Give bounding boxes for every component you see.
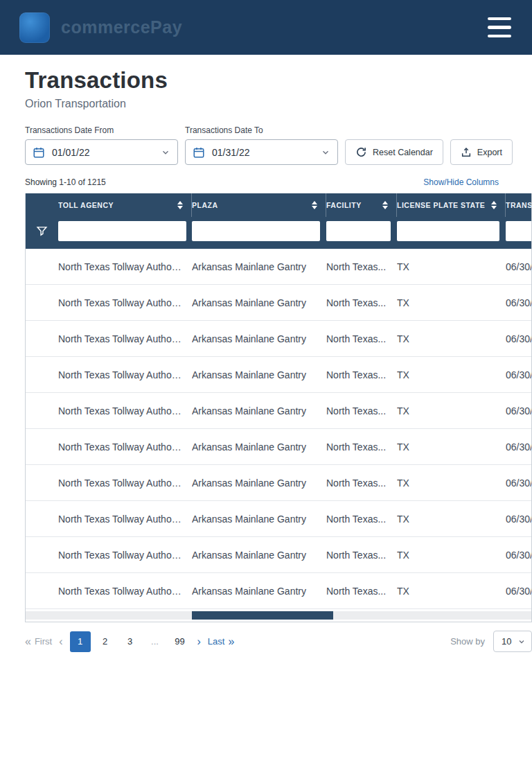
table-cell: North Texas Tollway Authority [58,586,192,597]
table-cell: North Texas... [326,441,397,453]
table-row[interactable]: North Texas Tollway AuthorityArkansas Ma… [26,465,532,501]
show-hide-columns-link[interactable]: Show/Hide Columns [423,177,499,187]
logo: commercePay [19,12,182,43]
table-row[interactable]: North Texas Tollway AuthorityArkansas Ma… [26,573,532,609]
table-row[interactable]: North Texas Tollway AuthorityArkansas Ma… [26,321,532,357]
calendar-icon [193,146,205,159]
double-chevron-right-icon: » [228,635,234,648]
filter-input-toll-agency[interactable] [58,221,186,241]
column-label: PLAZA [192,201,218,209]
first-page-button[interactable]: « First [25,635,52,648]
filter-input-transaction-date[interactable] [506,221,532,241]
sort-icon[interactable] [491,201,497,209]
chevron-down-icon [161,148,170,157]
column-label: LICENSE PLATE STATE [397,201,485,209]
table-cell: TX [397,586,506,597]
table-cell: TX [397,441,506,453]
table-cell: North Texas Tollway Authority [58,550,192,561]
filter-input-facility[interactable] [326,221,391,241]
page-ellipsis: ... [145,631,166,652]
table-cell: North Texas... [326,261,397,272]
column-header-transaction-date[interactable]: TRANSACTION DATE [506,193,532,217]
next-page-button[interactable]: › [195,635,204,648]
table-row[interactable]: North Texas Tollway AuthorityArkansas Ma… [26,249,532,285]
table-cell: North Texas... [326,514,397,525]
sort-icon[interactable] [312,201,317,209]
table-cell: North Texas... [326,405,397,416]
table-cell: TX [397,550,506,561]
scrollbar-thumb[interactable] [192,611,333,620]
table-row[interactable]: North Texas Tollway AuthorityArkansas Ma… [26,429,532,465]
filters-row: Transactions Date From 01/01/22 [25,125,532,165]
transactions-table: TOLL AGENCY PLAZA FACILITY LICENSE PLATE… [25,193,532,622]
date-from-input[interactable]: 01/01/22 [25,139,178,165]
double-chevron-left-icon: « [25,635,31,648]
reset-calendar-button[interactable]: Reset Calendar [345,139,443,165]
table-cell: North Texas Tollway Authority [58,369,192,380]
date-from-label: Transactions Date From [25,125,178,135]
table-cell: North Texas... [326,333,397,344]
table-cell: 06/30/22 [506,441,532,453]
page-button-1[interactable]: 1 [70,631,91,652]
table-cell: TX [397,477,506,489]
date-to-input[interactable]: 01/31/22 [185,139,338,165]
filter-input-plaza[interactable] [192,221,320,241]
table-row[interactable]: North Texas Tollway AuthorityArkansas Ma… [26,357,532,393]
column-header-toll-agency[interactable]: TOLL AGENCY [58,193,192,217]
date-to-label: Transactions Date To [185,125,338,135]
table-cell: Arkansas Mainlane Gantry [192,369,326,380]
table-cell: 06/30/22 [506,477,532,489]
sort-icon[interactable] [177,201,183,209]
table-cell: TX [397,405,506,416]
table-row[interactable]: North Texas Tollway AuthorityArkansas Ma… [26,393,532,429]
previous-page-button[interactable]: ‹ [56,635,65,648]
table-cell: TX [397,369,506,380]
refresh-icon [355,146,367,158]
table-cell: 06/30/22 [506,405,532,416]
column-header-license-plate-state[interactable]: LICENSE PLATE STATE [397,193,506,217]
chevron-down-icon [517,638,526,646]
showing-count-text: Showing 1-10 of 1215 [25,177,106,187]
table-cell: 06/30/22 [506,333,532,344]
column-header-plaza[interactable]: PLAZA [192,193,326,217]
table-cell: North Texas... [326,297,397,308]
table-row[interactable]: North Texas Tollway AuthorityArkansas Ma… [26,501,532,537]
horizontal-scrollbar[interactable] [26,611,532,620]
table-row[interactable]: North Texas Tollway AuthorityArkansas Ma… [26,537,532,573]
page-button-99[interactable]: 99 [170,631,190,652]
page-subtitle: Orion Transportation [25,98,532,110]
table-cell: Arkansas Mainlane Gantry [192,297,326,308]
last-page-button[interactable]: Last » [208,635,234,648]
table-cell: North Texas... [326,477,397,489]
page-button-3[interactable]: 3 [120,631,141,652]
sort-icon[interactable] [382,201,388,209]
show-by-label: Show by [450,636,485,647]
table-cell: North Texas Tollway Authority [58,514,192,525]
reset-calendar-label: Reset Calendar [373,148,433,157]
export-label: Export [477,148,502,157]
page-size-value: 10 [502,636,511,647]
table-cell: North Texas Tollway Authority [58,441,192,453]
column-label: TOLL AGENCY [58,201,114,209]
table-cell: North Texas... [326,369,397,380]
column-label: TRANSACTION DATE [506,201,532,209]
table-cell: North Texas... [326,550,397,561]
export-icon [461,147,472,158]
filter-input-license-plate-state[interactable] [397,221,499,241]
page-button-2[interactable]: 2 [95,631,116,652]
table-cell: TX [397,297,506,308]
table-cell: TX [397,261,506,272]
table-cell: 06/30/22 [506,550,532,561]
chevron-down-icon [321,148,330,157]
pagination: « First ‹ 1 2 3 ... 99 › Last » Show by … [25,631,532,652]
table-cell: Arkansas Mainlane Gantry [192,441,326,453]
column-header-facility[interactable]: FACILITY [326,193,397,217]
table-cell: Arkansas Mainlane Gantry [192,405,326,416]
table-cell: North Texas Tollway Authority [58,477,192,489]
export-button[interactable]: Export [450,139,513,165]
table-row[interactable]: North Texas Tollway AuthorityArkansas Ma… [26,285,532,321]
table-cell: 06/30/22 [506,369,532,380]
hamburger-menu-icon[interactable] [488,17,511,38]
date-to-value: 01/31/22 [212,147,314,158]
page-size-select[interactable]: 10 [493,631,532,652]
